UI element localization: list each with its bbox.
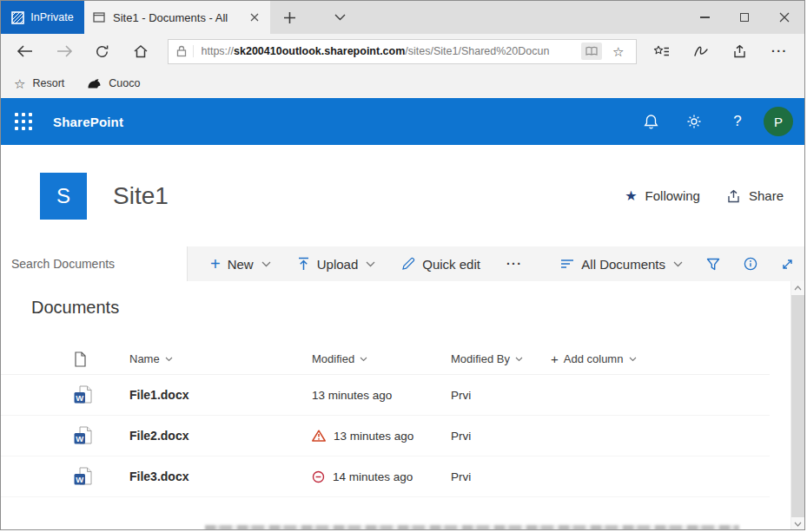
close-window-button[interactable] xyxy=(764,1,804,34)
scroll-up-arrow[interactable] xyxy=(791,281,804,295)
ellipsis-icon: ··· xyxy=(506,257,523,271)
table-row[interactable]: W File2.docx 13 minutes ago Prvi xyxy=(1,416,770,456)
inprivate-badge: InPrivate xyxy=(1,1,84,34)
following-star-icon: ★ xyxy=(625,189,637,203)
favorite-cuoco[interactable]: Cuoco xyxy=(87,77,140,89)
share-site-button[interactable]: Share xyxy=(726,188,784,203)
search-input[interactable] xyxy=(1,246,188,281)
column-header-modified-by[interactable]: Modified By xyxy=(451,352,551,365)
modified-by-cell: Prvi xyxy=(451,430,551,443)
view-selector-button[interactable]: All Documents xyxy=(560,257,683,272)
add-column-button[interactable]: +Add column xyxy=(551,352,770,365)
address-bar[interactable]: https://sk200410outlook.sharepoint.com/s… xyxy=(168,39,637,64)
vertical-scrollbar[interactable] xyxy=(790,281,804,530)
blocked-icon xyxy=(312,470,325,483)
upload-button[interactable]: Upload xyxy=(297,257,376,272)
site-logo[interactable]: S xyxy=(40,173,87,220)
web-notes-button[interactable] xyxy=(681,34,720,69)
modified-by-cell: Prvi xyxy=(451,470,551,483)
share-page-button[interactable] xyxy=(720,34,759,69)
site-title[interactable]: Site1 xyxy=(113,182,169,210)
expand-button[interactable] xyxy=(781,258,794,271)
modified-cell: 13 minutes ago xyxy=(312,430,451,443)
upload-icon xyxy=(297,257,310,271)
quick-edit-button[interactable]: Quick edit xyxy=(401,257,480,272)
table-header-row: Name Modified Modified By +Add column xyxy=(1,344,770,375)
command-bar: + New Upload Quick edit ··· All Document… xyxy=(1,246,804,281)
help-button[interactable]: ? xyxy=(716,98,759,145)
favorite-label: Resort xyxy=(32,77,64,89)
notifications-button[interactable] xyxy=(629,98,672,145)
settings-button[interactable] xyxy=(672,98,716,145)
details-info-button[interactable] xyxy=(744,257,757,271)
tab-preview-chevron[interactable] xyxy=(321,1,359,34)
modified-by-cell: Prvi xyxy=(451,389,551,402)
command-buttons: + New Upload Quick edit ··· xyxy=(188,246,522,281)
modified-cell: 14 minutes ago xyxy=(312,470,451,483)
favorites-bar: ☆ Resort Cuoco xyxy=(1,69,804,98)
chevron-down-icon xyxy=(360,357,367,362)
inprivate-label: InPrivate xyxy=(30,11,73,23)
document-library: Documents Name Modified Modified By +Add… xyxy=(1,281,804,530)
minimize-button[interactable] xyxy=(685,1,724,34)
file-name-link[interactable]: File1.docx xyxy=(129,388,312,402)
app-launcher-button[interactable] xyxy=(1,98,46,145)
chevron-down-icon xyxy=(673,261,683,267)
refresh-button[interactable] xyxy=(83,34,122,69)
browser-tab[interactable]: Site1 - Documents - All xyxy=(84,1,270,34)
svg-text:W: W xyxy=(76,434,83,443)
table-row[interactable]: W File3.docx 14 minutes ago Prvi xyxy=(1,456,770,497)
pencil-icon xyxy=(401,257,415,271)
chevron-down-icon xyxy=(515,357,523,362)
view-selector-label: All Documents xyxy=(581,257,665,272)
word-docx-icon: W xyxy=(74,385,129,404)
scrollbar-thumb[interactable] xyxy=(791,295,804,517)
column-header-name[interactable]: Name xyxy=(129,352,312,365)
close-icon xyxy=(779,12,790,23)
funnel-icon xyxy=(706,258,720,271)
tab-title: Site1 - Documents - All xyxy=(113,11,240,24)
book-icon xyxy=(585,46,598,56)
suite-app-name: SharePoint xyxy=(53,115,123,129)
chevron-down-icon xyxy=(366,261,375,267)
ellipsis-icon: ··· xyxy=(771,44,788,58)
table-row[interactable]: W File1.docx 13 minutes ago Prvi xyxy=(1,375,770,416)
file-name-link[interactable]: File2.docx xyxy=(129,429,312,443)
tab-bar-spacer xyxy=(359,1,685,34)
file-name-link[interactable]: File3.docx xyxy=(129,470,312,483)
hub-favorites-button[interactable] xyxy=(642,34,681,69)
new-tab-button[interactable] xyxy=(270,1,308,34)
waffle-icon xyxy=(15,113,32,130)
chevron-down-icon xyxy=(629,357,637,362)
column-header-modified[interactable]: Modified xyxy=(312,352,451,365)
word-docx-icon: W xyxy=(74,467,129,486)
bird-favicon xyxy=(87,78,102,89)
home-button[interactable] xyxy=(122,34,160,69)
browser-window: InPrivate Site1 - Documents - All https:… xyxy=(0,0,805,530)
plus-icon: + xyxy=(210,256,221,272)
filter-button[interactable] xyxy=(706,258,720,271)
new-button[interactable]: + New xyxy=(210,256,271,272)
page-icon xyxy=(93,12,105,23)
account-avatar[interactable]: P xyxy=(764,107,793,136)
scroll-down-arrow[interactable] xyxy=(791,517,804,530)
star-icon: ☆ xyxy=(14,77,25,90)
upload-label: Upload xyxy=(317,257,359,272)
close-tab-button[interactable] xyxy=(248,10,261,24)
command-overflow-button[interactable]: ··· xyxy=(506,257,523,271)
file-type-column-icon[interactable] xyxy=(74,351,129,367)
share-icon xyxy=(732,44,747,58)
following-button[interactable]: ★ Following xyxy=(625,188,700,203)
favorite-resort[interactable]: ☆ Resort xyxy=(14,77,64,90)
add-favorite-button[interactable]: ☆ xyxy=(606,45,630,58)
settings-more-button[interactable]: ··· xyxy=(760,34,799,69)
suite-bar: SharePoint ? P xyxy=(1,98,804,145)
warning-icon xyxy=(312,430,326,442)
url-path: /sites/Site1/Shared%20Docun xyxy=(405,45,549,57)
reading-view-button[interactable] xyxy=(581,43,602,60)
maximize-button[interactable] xyxy=(724,1,764,34)
forward-button[interactable] xyxy=(44,34,83,69)
back-button[interactable] xyxy=(6,34,44,69)
favorite-label: Cuoco xyxy=(109,77,140,89)
gear-icon xyxy=(686,114,702,129)
